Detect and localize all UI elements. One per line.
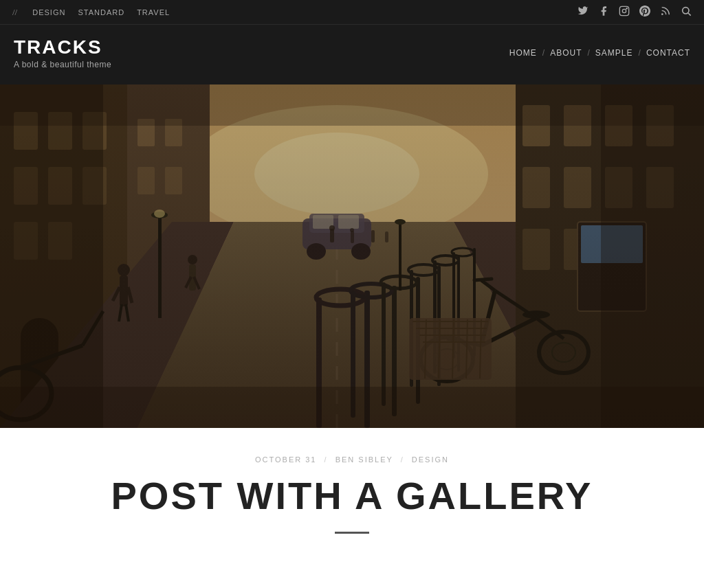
top-bar-social	[578, 5, 692, 19]
hero-image	[0, 84, 704, 428]
site-header: TRACKS A bold & beautiful theme HOME / A…	[0, 25, 704, 84]
site-branding: TRACKS A bold & beautiful theme	[14, 37, 111, 69]
top-bar-separator: //	[12, 7, 17, 18]
svg-rect-113	[601, 84, 704, 428]
svg-rect-0	[619, 6, 628, 15]
main-nav: HOME / ABOUT / SAMPLE / CONTACT	[509, 48, 690, 58]
nav-item-home[interactable]: HOME	[509, 48, 537, 58]
svg-point-4	[683, 8, 689, 14]
top-bar-link-design[interactable]: DESIGN	[32, 8, 65, 16]
instagram-icon[interactable]	[619, 5, 630, 19]
svg-point-2	[626, 8, 627, 8]
post-meta: OCTOBER 31 / BEN SIBLEY / DESIGN	[14, 455, 690, 464]
nav-item-about[interactable]: ABOUT	[550, 48, 582, 58]
svg-rect-111	[0, 84, 704, 428]
post-author: BEN SIBLEY	[336, 455, 393, 464]
svg-rect-112	[0, 84, 103, 428]
post-title-divider	[335, 532, 369, 534]
site-tagline: A bold & beautiful theme	[14, 60, 111, 69]
svg-point-1	[622, 9, 626, 12]
post-title: POST WITH A GALLERY	[14, 476, 690, 517]
top-bar-link-travel[interactable]: TRAVEL	[137, 8, 170, 16]
nav-sep-1: /	[542, 48, 544, 58]
post-meta-sep-1: /	[324, 455, 328, 464]
rss-icon[interactable]	[660, 5, 671, 19]
nav-sep-2: /	[588, 48, 590, 58]
nav-sep-3: /	[639, 48, 641, 58]
post-info-section: OCTOBER 31 / BEN SIBLEY / DESIGN POST WI…	[0, 428, 704, 554]
post-date: OCTOBER 31	[255, 455, 317, 464]
top-bar-link-standard[interactable]: STANDARD	[78, 8, 124, 16]
twitter-icon[interactable]	[578, 5, 588, 19]
top-bar-links: // DESIGN STANDARD TRAVEL	[12, 7, 170, 18]
site-title[interactable]: TRACKS	[14, 37, 111, 58]
nav-item-sample[interactable]: SAMPLE	[595, 48, 633, 58]
pinterest-icon[interactable]	[639, 5, 650, 19]
svg-line-5	[688, 13, 691, 16]
post-category[interactable]: DESIGN	[412, 455, 449, 464]
svg-point-3	[661, 13, 663, 15]
search-button[interactable]	[681, 5, 692, 19]
top-bar: // DESIGN STANDARD TRAVEL	[0, 0, 704, 25]
svg-rect-115	[0, 387, 704, 428]
facebook-icon[interactable]	[598, 5, 609, 19]
nav-item-contact[interactable]: CONTACT	[646, 48, 690, 58]
svg-rect-114	[0, 84, 704, 126]
post-meta-sep-2: /	[401, 455, 404, 464]
